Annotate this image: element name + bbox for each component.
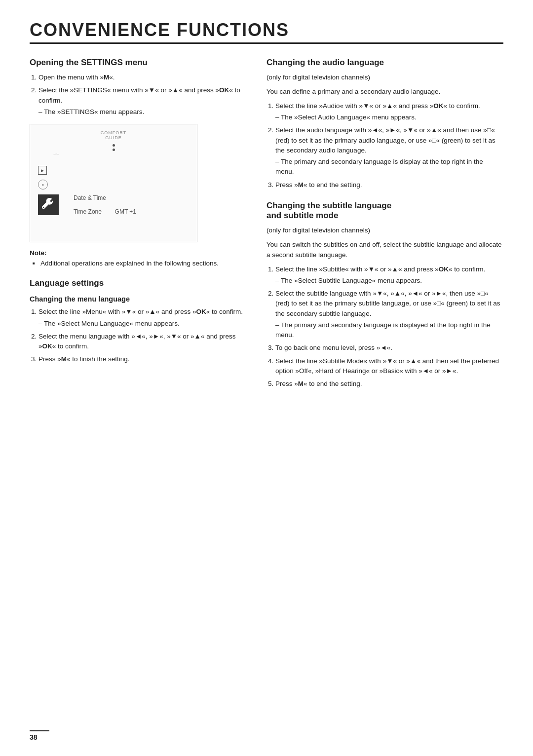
subtitle-step-1: Select the line »Subtitle« with »▼« or »… xyxy=(275,265,503,286)
opening-settings-heading: Opening the SETTINGS menu xyxy=(30,58,247,68)
subtitle-step-2: Select the subtitle language with »▼«, »… xyxy=(275,289,503,340)
note-section: Note: Additional operations are explaine… xyxy=(30,249,247,268)
left-column: Opening the SETTINGS menu Open the menu … xyxy=(30,58,247,394)
note-label: Note: xyxy=(30,249,247,257)
diagram-curved: ⌒ xyxy=(53,153,189,162)
subtitle-step-4: Select the line »Subtitle Mode« with »▼«… xyxy=(275,356,503,377)
menu-language-steps: Select the line »Menu« with »▼« or »▲« a… xyxy=(38,307,247,364)
subtitle-step-3: To go back one menu level, press »◄«. xyxy=(275,343,503,353)
step-2: Select the »SETTINGS« menu with »▼« or »… xyxy=(38,85,247,117)
diagram-arrow: ► xyxy=(38,166,47,175)
audio-language-section: Changing the audio language (only for di… xyxy=(266,58,503,190)
diagram-text: Date & Time Time Zone GMT +1 xyxy=(74,194,136,215)
audio-language-note: (only for digital television channels) xyxy=(266,73,503,83)
subtitle-step-5: Press »M« to end the setting. xyxy=(275,379,503,389)
audio-language-heading: Changing the audio language xyxy=(266,58,503,68)
diagram-dot-2 xyxy=(113,149,115,151)
audio-language-steps: Select the line »Audio« with »▼« or »▲« … xyxy=(275,101,503,190)
diagram-label: COMFORTGUIDE xyxy=(38,130,189,140)
opening-settings-section: Opening the SETTINGS menu Open the menu … xyxy=(30,58,247,117)
subtitle-language-heading: Changing the subtitle languageand subtit… xyxy=(266,201,503,221)
audio-step-2: Select the audio language with »◄«, »►«,… xyxy=(275,125,503,177)
menu-lang-step-3: Press »M« to finish the setting. xyxy=(38,354,247,364)
page-number: 38 xyxy=(30,730,49,741)
subtitle-language-steps: Select the line »Subtitle« with »▼« or »… xyxy=(275,265,503,389)
diagram-icon-box xyxy=(38,194,59,215)
opening-settings-steps: Open the menu with »M«. Select the »SETT… xyxy=(38,73,247,117)
right-column: Changing the audio language (only for di… xyxy=(266,58,503,394)
subtitle-language-section: Changing the subtitle languageand subtit… xyxy=(266,201,503,389)
changing-menu-language-section: Changing the menu language Select the li… xyxy=(30,295,247,364)
note-item: Additional operations are explained in t… xyxy=(33,259,247,268)
diagram-bottom-row: Date & Time Time Zone GMT +1 xyxy=(38,194,189,215)
audio-step-3: Press »M« to end the setting. xyxy=(275,180,503,190)
audio-language-intro: You can define a primary and a secondary… xyxy=(266,87,503,97)
settings-menu-diagram: COMFORTGUIDE ⌒ ► ● Date & Time Time Zone xyxy=(30,124,197,242)
diagram-circle: ● xyxy=(38,180,48,189)
changing-menu-language-heading: Changing the menu language xyxy=(30,295,247,303)
menu-lang-step-2: Select the menu language with »◄«, »►«, … xyxy=(38,332,247,352)
audio-step-1: Select the line »Audio« with »▼« or »▲« … xyxy=(275,101,503,123)
menu-lang-step-1: Select the line »Menu« with »▼« or »▲« a… xyxy=(38,307,247,329)
language-settings-section: Language settings Changing the menu lang… xyxy=(30,278,247,364)
subtitle-language-intro: You can switch the subtitles on and off,… xyxy=(266,240,503,261)
language-settings-heading: Language settings xyxy=(30,278,247,288)
step-1: Open the menu with »M«. xyxy=(38,73,247,82)
subtitle-language-note: (only for digital television channels) xyxy=(266,226,503,236)
page-title: CONVENIENCE FUNCTIONS xyxy=(30,20,503,44)
diagram-dot-1 xyxy=(113,144,115,147)
note-list: Additional operations are explained in t… xyxy=(33,259,247,268)
